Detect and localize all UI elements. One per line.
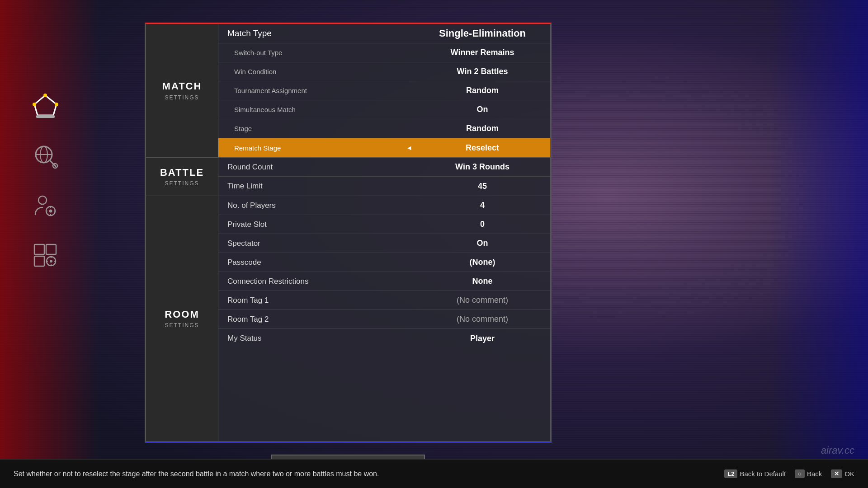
- spectator-label: Spectator: [218, 235, 415, 252]
- switch-out-label: Switch-out Type: [218, 45, 415, 60]
- battle-settings-label: BATTLE SETTINGS: [146, 158, 218, 196]
- my-status-value: Player: [415, 330, 550, 347]
- circle-badge: ○: [795, 469, 805, 478]
- svg-point-10: [38, 196, 47, 204]
- switch-out-value: Winner Remains: [415, 44, 550, 61]
- table-row[interactable]: Spectator On: [218, 234, 550, 253]
- svg-rect-17: [34, 244, 44, 254]
- room-tag2-value: (No comment): [415, 311, 550, 328]
- table-row[interactable]: No. of Players 4: [218, 196, 550, 215]
- match-section-sub: SETTINGS: [165, 94, 199, 101]
- table-row[interactable]: Round Count Win 3 Rounds: [218, 158, 550, 177]
- table-row[interactable]: Room Tag 1 (No comment): [218, 291, 550, 310]
- svg-point-21: [50, 260, 52, 263]
- sidebar-icon-room-settings[interactable]: [29, 239, 61, 271]
- back-to-default-control: L2 Back to Default: [724, 469, 786, 478]
- svg-rect-18: [34, 256, 44, 266]
- room-settings-section: ROOM SETTINGS No. of Players 4 Private S…: [146, 196, 550, 441]
- win-condition-label: Win Condition: [218, 64, 415, 79]
- tournament-assignment-label: Tournament Assignment: [218, 83, 415, 98]
- stage-value: Random: [415, 120, 550, 137]
- table-row[interactable]: Tournament Assignment Random: [218, 81, 550, 100]
- room-section-name: ROOM: [165, 309, 199, 320]
- passcode-value: (None): [415, 254, 550, 271]
- match-settings-section: MATCH SETTINGS Match Type Single-Elimina…: [146, 24, 550, 158]
- bottom-bar: Set whether or not to reselect the stage…: [0, 459, 868, 488]
- rematch-stage-label: Rematch Stage: [218, 141, 406, 155]
- room-section-sub: SETTINGS: [165, 322, 199, 328]
- round-count-label: Round Count: [218, 159, 415, 175]
- win-condition-value: Win 2 Battles: [415, 63, 550, 80]
- simultaneous-match-label: Simultaneous Match: [218, 102, 415, 117]
- bottom-controls: L2 Back to Default ○ Back ✕ OK: [724, 469, 854, 478]
- bottom-hint-text: Set whether or not to reselect the stage…: [14, 470, 724, 478]
- l2-badge: L2: [724, 469, 737, 478]
- time-limit-label: Time Limit: [218, 178, 415, 194]
- panel-frame: MATCH SETTINGS Match Type Single-Elimina…: [145, 23, 552, 443]
- room-tag2-label: Room Tag 2: [218, 311, 415, 328]
- watermark: airav.cc: [821, 445, 854, 456]
- num-players-value: 4: [415, 197, 550, 214]
- sidebar-icon-globe[interactable]: [29, 140, 61, 172]
- match-section-name: MATCH: [162, 80, 202, 92]
- match-type-value: Single-Elimination: [415, 24, 550, 43]
- spectator-value: On: [415, 235, 550, 252]
- table-row[interactable]: Switch-out Type Winner Remains: [218, 43, 550, 62]
- svg-point-12: [49, 210, 52, 213]
- table-row[interactable]: My Status Player: [218, 329, 550, 348]
- back-to-default-label: Back to Default: [740, 470, 786, 478]
- battle-rows: Round Count Win 3 Rounds Time Limit 45: [218, 158, 550, 196]
- ok-label: OK: [844, 470, 854, 478]
- table-row[interactable]: Rematch Stage ◄ Reselect: [218, 138, 550, 157]
- room-rows: No. of Players 4 Private Slot 0 Spectato…: [218, 196, 550, 441]
- private-slot-value: 0: [415, 216, 550, 233]
- back-label: Back: [807, 470, 822, 478]
- cross-badge: ✕: [831, 469, 842, 478]
- stage-label: Stage: [218, 121, 415, 136]
- tournament-assignment-value: Random: [415, 82, 550, 99]
- private-slot-label: Private Slot: [218, 216, 415, 233]
- accent-right: [769, 0, 868, 488]
- sidebar: [18, 90, 72, 271]
- passcode-label: Passcode: [218, 254, 415, 271]
- svg-point-3: [55, 103, 58, 106]
- time-limit-value: 45: [415, 178, 550, 195]
- table-row[interactable]: Simultaneous Match On: [218, 100, 550, 119]
- round-count-value: Win 3 Rounds: [415, 159, 550, 175]
- table-row[interactable]: Private Slot 0: [218, 215, 550, 234]
- sidebar-icon-person-settings[interactable]: [29, 190, 61, 221]
- svg-point-2: [33, 103, 36, 106]
- sidebar-icon-crown[interactable]: [29, 90, 61, 122]
- room-tag1-value: (No comment): [415, 292, 550, 309]
- rematch-stage-value: Reselect: [415, 140, 550, 156]
- my-status-label: My Status: [218, 330, 415, 347]
- connection-restrictions-value: None: [415, 273, 550, 290]
- main-panel: MATCH SETTINGS Match Type Single-Elimina…: [145, 23, 552, 443]
- match-settings-label: MATCH SETTINGS: [146, 24, 218, 157]
- svg-rect-4: [36, 115, 55, 118]
- room-tag1-label: Room Tag 1: [218, 292, 415, 309]
- svg-point-1: [43, 94, 47, 97]
- battle-section-name: BATTLE: [160, 167, 204, 178]
- simultaneous-match-value: On: [415, 101, 550, 118]
- table-row[interactable]: Time Limit 45: [218, 177, 550, 196]
- connection-restrictions-label: Connection Restrictions: [218, 273, 415, 290]
- table-row[interactable]: Win Condition Win 2 Battles: [218, 62, 550, 81]
- table-row[interactable]: Connection Restrictions None: [218, 272, 550, 291]
- table-row[interactable]: Stage Random: [218, 119, 550, 138]
- num-players-label: No. of Players: [218, 197, 415, 214]
- ok-control: ✕ OK: [831, 469, 854, 478]
- svg-rect-19: [46, 244, 56, 254]
- arrow-icon: ◄: [406, 144, 412, 151]
- svg-marker-0: [34, 95, 57, 115]
- room-settings-label: ROOM SETTINGS: [146, 196, 218, 441]
- sections-container: MATCH SETTINGS Match Type Single-Elimina…: [146, 24, 550, 441]
- back-control: ○ Back: [795, 469, 822, 478]
- battle-settings-section: BATTLE SETTINGS Round Count Win 3 Rounds…: [146, 158, 550, 196]
- table-row[interactable]: Match Type Single-Elimination: [218, 24, 550, 43]
- match-type-label: Match Type: [218, 25, 415, 42]
- battle-section-sub: SETTINGS: [165, 180, 199, 187]
- table-row[interactable]: Room Tag 2 (No comment): [218, 310, 550, 329]
- match-rows: Match Type Single-Elimination Switch-out…: [218, 24, 550, 157]
- table-row[interactable]: Passcode (None): [218, 253, 550, 272]
